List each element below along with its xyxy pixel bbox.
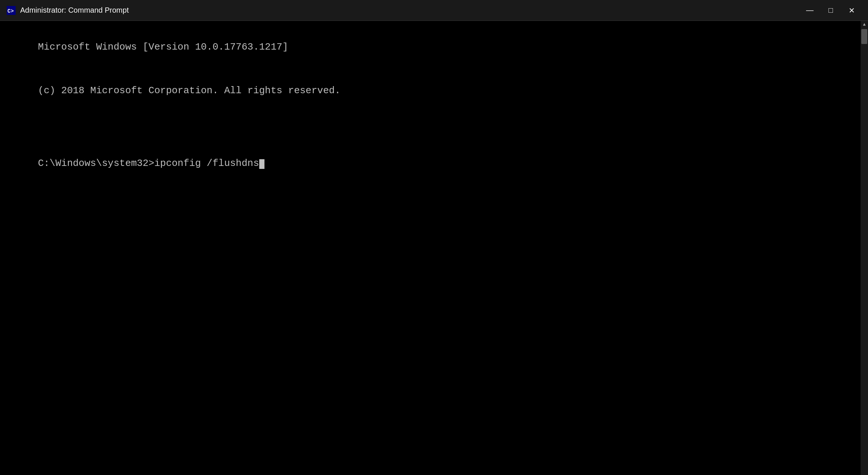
terminal-output: Microsoft Windows [Version 10.0.17763.12… [3,25,865,185]
terminal-cursor [259,159,264,169]
maximize-button[interactable]: □ [820,0,841,21]
command-prompt-window: C> Administrator: Command Prompt — □ ✕ M… [0,0,868,475]
scroll-up-arrow[interactable]: ▲ [861,21,868,28]
title-bar: C> Administrator: Command Prompt — □ ✕ [0,0,868,21]
scrollbar-thumb[interactable] [861,29,867,44]
close-button[interactable]: ✕ [841,0,862,21]
title-bar-controls: — □ ✕ [799,0,862,21]
cmd-icon: C> [6,5,16,16]
terminal-line2: (c) 2018 Microsoft Corporation. All righ… [38,85,341,96]
window-title: Administrator: Command Prompt [20,6,129,15]
terminal-line1: Microsoft Windows [Version 10.0.17763.12… [38,41,288,53]
terminal-prompt: C:\Windows\system32> [38,158,154,169]
minimize-button[interactable]: — [799,0,820,21]
title-bar-left: C> Administrator: Command Prompt [6,5,129,16]
scrollbar[interactable]: ▲ [861,21,868,475]
svg-text:C>: C> [7,8,14,14]
terminal-command: ipconfig /flushdns [154,158,259,169]
terminal-body[interactable]: Microsoft Windows [Version 10.0.17763.12… [0,21,868,475]
